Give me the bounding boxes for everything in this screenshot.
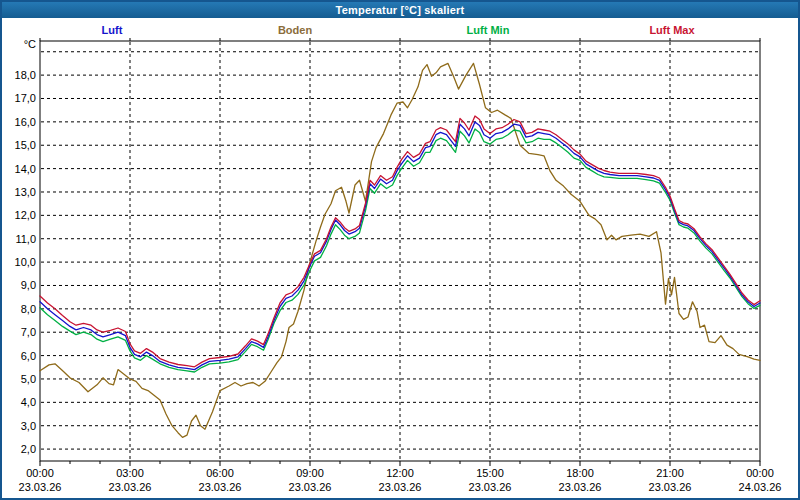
legend-item-luft-min: Luft Min [467,24,510,36]
y-axis-tick-label: 5,0 [21,373,36,385]
y-axis-tick-label: 14,0 [15,163,36,175]
y-axis-tick-label: 17,0 [15,92,36,104]
y-axis-unit-label: °C [10,38,36,50]
x-axis-date-label: 23.03.26 [199,481,242,493]
legend-item-luft: Luft [102,24,123,36]
x-axis-date-label: 23.03.26 [109,481,152,493]
y-axis-tick-label: 12,0 [15,209,36,221]
y-axis-tick-label: 7,0 [21,326,36,338]
x-axis-date-label: 23.03.26 [289,481,332,493]
page-title: Temperatur [°C] skaliert [336,4,465,16]
legend-item-boden: Boden [278,24,312,36]
y-axis-tick-label: 16,0 [15,116,36,128]
x-axis-time-label: 00:00 [746,467,774,479]
x-axis-time-label: 00:00 [26,467,54,479]
x-axis-time-label: 21:00 [656,467,684,479]
y-axis-tick-label: 2,0 [21,443,36,455]
x-axis-time-label: 12:00 [386,467,414,479]
x-axis-time-label: 03:00 [116,467,144,479]
y-axis-tick-label: 10,0 [15,256,36,268]
x-axis-date-label: 23.03.26 [19,481,62,493]
x-axis-time-label: 18:00 [566,467,594,479]
temperature-chart: 18,017,016,015,014,013,012,011,010,09,08… [2,2,798,498]
x-axis-date-label: 23.03.26 [469,481,512,493]
x-axis-time-label: 15:00 [476,467,504,479]
y-axis-tick-label: 9,0 [21,279,36,291]
x-axis-date-label: 23.03.26 [649,481,692,493]
y-axis-tick-label: 15,0 [15,139,36,151]
y-axis-tick-label: 8,0 [21,303,36,315]
y-axis-tick-label: 13,0 [15,186,36,198]
y-axis-tick-label: 4,0 [21,396,36,408]
x-axis-date-label: 23.03.26 [559,481,602,493]
legend-item-luft-max: Luft Max [649,24,694,36]
title-bar: Temperatur [°C] skaliert [2,2,798,18]
x-axis-time-label: 09:00 [296,467,324,479]
x-axis-time-label: 06:00 [206,467,234,479]
y-axis-tick-label: 6,0 [21,350,36,362]
x-axis-date-label: 23.03.26 [379,481,422,493]
y-axis-tick-label: 11,0 [15,233,36,245]
y-axis-tick-label: 18,0 [15,69,36,81]
chart-window: 18,017,016,015,014,013,012,011,010,09,08… [0,0,800,500]
y-axis-tick-label: 3,0 [21,420,36,432]
x-axis-date-label: 24.03.26 [739,481,782,493]
